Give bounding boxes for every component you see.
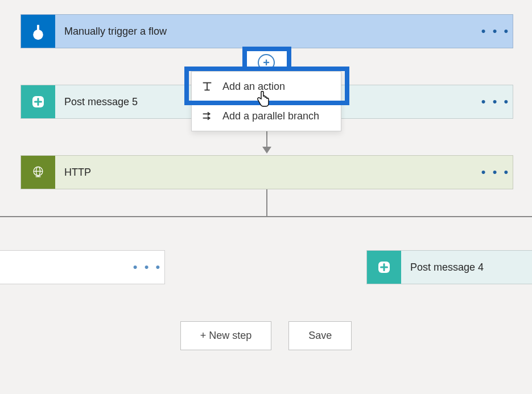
parallel-branch-icon — [201, 110, 213, 122]
post-message-4-card[interactable]: Post message 4 — [366, 250, 532, 284]
add-action-label: Add an action — [222, 81, 285, 93]
trigger-label: Manually trigger a flow — [55, 26, 479, 38]
trigger-icon — [21, 15, 55, 48]
left-branch-card[interactable]: • • • — [0, 250, 165, 284]
add-parallel-label: Add a parallel branch — [222, 110, 319, 122]
trigger-card[interactable]: Manually trigger a flow • • • — [20, 14, 513, 48]
arrow-down-icon — [262, 147, 271, 154]
svg-rect-1 — [37, 26, 39, 32]
add-parallel-branch-item[interactable]: Add a parallel branch — [192, 101, 341, 131]
add-step-dropdown: Add an action Add a parallel branch — [191, 71, 341, 131]
add-action-item[interactable]: Add an action — [192, 72, 341, 101]
insert-icon — [201, 80, 213, 93]
svg-point-2 — [36, 33, 40, 36]
slack-icon — [21, 85, 55, 118]
connector-horizontal-line — [0, 216, 532, 217]
post-message-4-label: Post message 4 — [401, 262, 532, 273]
add-step-plus-icon[interactable]: + — [258, 54, 275, 71]
globe-icon — [21, 156, 55, 189]
left-branch-menu-dots[interactable]: • • • — [130, 260, 164, 275]
http-card[interactable]: HTTP • • • — [20, 155, 513, 189]
http-menu-dots[interactable]: • • • — [479, 165, 513, 180]
footer-actions: + New step Save — [0, 321, 532, 350]
slack-icon — [367, 251, 401, 284]
connector-line — [266, 189, 267, 217]
http-label: HTTP — [55, 167, 479, 179]
svg-rect-5 — [34, 101, 42, 103]
post-message-5-menu-dots[interactable]: • • • — [479, 94, 513, 109]
svg-rect-13 — [380, 267, 388, 268]
new-step-button[interactable]: + New step — [180, 321, 272, 350]
save-button[interactable]: Save — [288, 321, 352, 350]
trigger-menu-dots[interactable]: • • • — [479, 24, 513, 39]
